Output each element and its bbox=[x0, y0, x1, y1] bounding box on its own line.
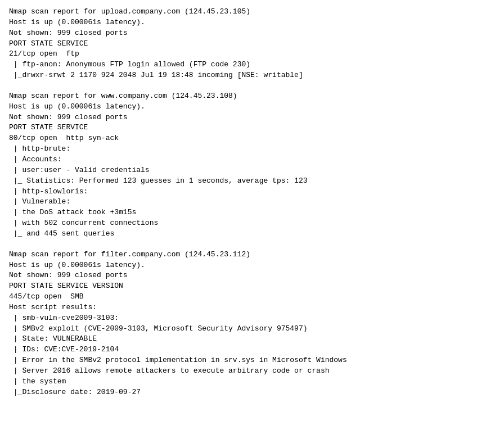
terminal-line: | smb-vuln-cve2009-3103: bbox=[9, 313, 495, 324]
terminal-line: | Server 2016 allows remote attackers to… bbox=[9, 366, 495, 377]
scan-section-3: Nmap scan report for filter.company.com … bbox=[9, 250, 495, 398]
terminal-line: PORT STATE SERVICE bbox=[9, 39, 495, 49]
terminal-line: 445/tcp open SMB bbox=[9, 292, 495, 302]
terminal-line: |_ and 445 sent queries bbox=[9, 229, 495, 239]
terminal-line: | with 502 concurrent connections bbox=[9, 218, 495, 229]
terminal-line: | SMBv2 exploit (CVE-2009-3103, Microsof… bbox=[9, 324, 495, 334]
terminal-line: | ftp-anon: Anonymous FTP login allowed … bbox=[9, 60, 495, 70]
terminal-line: | Error in the SMBv2 protocol implementa… bbox=[9, 355, 495, 366]
terminal-line: | the system bbox=[9, 377, 495, 387]
terminal-line: | the DoS attack took +3m15s bbox=[9, 207, 495, 218]
terminal-line: Host is up (0.000061s latency). bbox=[9, 17, 495, 28]
terminal-line: | IDs: CVE:CVE-2019-2104 bbox=[9, 345, 495, 355]
terminal-line: | http-brute: bbox=[9, 144, 495, 155]
terminal-line: | user:user - Valid credentials bbox=[9, 165, 495, 176]
terminal-line: | Vulnerable: bbox=[9, 197, 495, 207]
terminal-line: 21/tcp open ftp bbox=[9, 49, 495, 60]
terminal-container: Nmap scan report for upload.company.com … bbox=[9, 7, 495, 398]
terminal-line: Host is up (0.000061s latency). bbox=[9, 102, 495, 112]
terminal-line: PORT STATE SERVICE VERSION bbox=[9, 281, 495, 292]
terminal-line: | Accounts: bbox=[9, 155, 495, 165]
scan-section-1: Nmap scan report for upload.company.com … bbox=[9, 7, 495, 81]
terminal-line: | State: VULNERABLE bbox=[9, 334, 495, 345]
terminal-line: Not shown: 999 closed ports bbox=[9, 28, 495, 39]
terminal-line: Not shown: 999 closed ports bbox=[9, 270, 495, 281]
terminal-line: 80/tcp open http syn-ack bbox=[9, 133, 495, 144]
terminal-line: PORT STATE SERVICE bbox=[9, 123, 495, 133]
terminal-line: | http-slowloris: bbox=[9, 187, 495, 197]
terminal-line: |_Disclosure date: 2019-09-27 bbox=[9, 387, 495, 398]
terminal-line: |_ Statistics: Performed 123 guesses in … bbox=[9, 176, 495, 187]
terminal-line: Host is up (0.000061s latency). bbox=[9, 260, 495, 271]
terminal-line: Nmap scan report for upload.company.com … bbox=[9, 7, 495, 17]
terminal-line: Host script results: bbox=[9, 302, 495, 313]
scan-section-2: Nmap scan report for www.company.com (12… bbox=[9, 91, 495, 239]
terminal-line: Not shown: 999 closed ports bbox=[9, 112, 495, 123]
terminal-line: Nmap scan report for www.company.com (12… bbox=[9, 91, 495, 102]
terminal-line: Nmap scan report for filter.company.com … bbox=[9, 250, 495, 260]
terminal-line: |_drwxr-srwt 2 1170 924 2048 Jul 19 18:4… bbox=[9, 70, 495, 81]
